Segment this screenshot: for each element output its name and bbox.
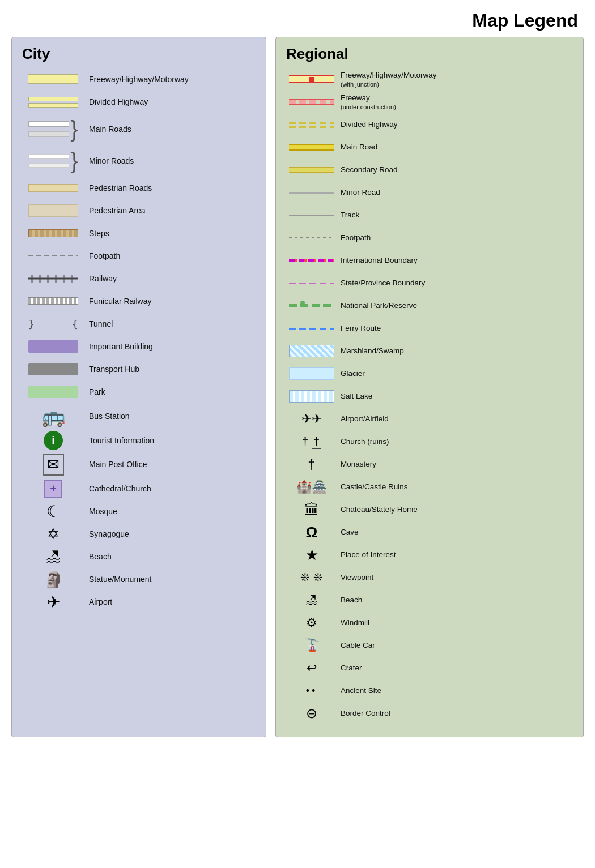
label-synagogue: Synagogue — [84, 529, 129, 539]
list-item: Footpath — [22, 246, 256, 266]
label-reg-ferry: Ferry Route — [337, 323, 381, 333]
symbol-reg-ferry — [286, 328, 337, 330]
symbol-reg-divided — [286, 122, 337, 128]
label-reg-castle: Castle/Castle Ruins — [337, 482, 408, 492]
label-reg-minor-road: Minor Road — [337, 187, 380, 198]
symbol-pedestrian-area — [22, 204, 84, 217]
list-item: Ω Cave — [286, 523, 573, 542]
label-reg-intl-boundary: International Boundary — [337, 255, 418, 266]
list-item: ☾ Mosque — [22, 502, 256, 521]
list-item: 🏛 Chateau/Stately Home — [286, 500, 573, 519]
list-item: Glacier — [286, 364, 573, 383]
symbol-reg-glacier — [286, 367, 337, 380]
list-item: i Tourist Information — [22, 431, 256, 450]
label-reg-state-boundary: State/Province Boundary — [337, 278, 425, 288]
label-important-building: Important Building — [84, 341, 153, 352]
symbol-reg-main-road — [286, 144, 337, 151]
list-item: 🚌 Bus Station — [22, 405, 256, 427]
label-reg-crater: Crater — [337, 663, 362, 673]
symbol-funicular — [22, 297, 84, 305]
symbol-reg-intl-boundary — [286, 259, 337, 262]
symbol-reg-freeway-construct — [286, 99, 337, 105]
list-item: •• Ancient Site — [286, 681, 573, 700]
list-item: ✈ Airport — [22, 592, 256, 612]
symbol-divided-hwy — [22, 97, 84, 108]
list-item: ✡ Synagogue — [22, 524, 256, 544]
label-transport-hub: Transport Hub — [84, 364, 139, 374]
label-reg-cave: Cave — [337, 527, 359, 537]
list-item: ↩ Crater — [286, 659, 573, 678]
label-statue: Statue/Monument — [84, 574, 152, 584]
list-item: Transport Hub — [22, 360, 256, 379]
label-reg-beach: Beach — [337, 595, 362, 605]
label-beach-city: Beach — [84, 551, 112, 562]
label-park: Park — [84, 387, 105, 397]
list-item: † † Church (ruins) — [286, 432, 573, 451]
list-item: Important Building — [22, 337, 256, 356]
list-item: Divided Highway — [286, 115, 573, 134]
list-item: ❊ ❊ Viewpoint — [286, 568, 573, 587]
label-reg-ancient-site: Ancient Site — [337, 686, 381, 696]
symbol-minor-roads: } — [22, 149, 84, 172]
symbol-reg-natpark — [286, 301, 337, 311]
label-reg-track: Track — [337, 210, 359, 220]
list-item: Pedestrian Area — [22, 201, 256, 220]
symbol-reg-border-control: ⊖ — [286, 705, 337, 721]
list-item: Freeway (under construction) — [286, 92, 573, 112]
label-bus-station: Bus Station — [84, 411, 130, 421]
list-item: 🏖 Beach — [286, 591, 573, 610]
symbol-reg-poi: ★ — [286, 546, 337, 564]
list-item: Pedestrian Roads — [22, 178, 256, 198]
label-funicular: Funicular Railway — [84, 296, 151, 306]
label-reg-poi: Place of Interest — [337, 550, 396, 560]
label-reg-church: Church (ruins) — [337, 437, 389, 447]
label-airport-city: Airport — [84, 597, 112, 607]
divided-hwy-bars — [28, 97, 78, 108]
symbol-mosque: ☾ — [22, 502, 84, 521]
symbol-reg-marshland — [286, 345, 337, 357]
symbol-reg-freeway — [286, 75, 337, 83]
label-freeway-city: Freeway/Highway/Motorway — [84, 74, 189, 84]
list-item: ⊖ Border Control — [286, 704, 573, 723]
symbol-tunnel: } } — [22, 318, 84, 330]
symbol-pedestrian-road — [22, 184, 84, 192]
city-panel: City Freeway/Highway/Motorway Divided Hi… — [11, 37, 266, 737]
symbol-reg-state-boundary — [286, 283, 337, 284]
label-reg-windmill: Windmill — [337, 618, 369, 628]
label-pedestrian-road: Pedestrian Roads — [84, 183, 152, 193]
list-item: Park — [22, 382, 256, 401]
label-steps: Steps — [84, 228, 109, 238]
symbol-reg-salt-lake — [286, 390, 337, 403]
list-item: ✉ Main Post Office — [22, 454, 256, 476]
list-item: ★ Place of Interest — [286, 545, 573, 565]
symbol-reg-chateau: 🏛 — [286, 501, 337, 519]
symbol-synagogue: ✡ — [22, 525, 84, 543]
list-item: State/Province Boundary — [286, 273, 573, 293]
label-minor-roads: Minor Roads — [84, 156, 134, 166]
label-reg-cable-car: Cable Car — [337, 640, 375, 651]
label-reg-salt-lake: Salt Lake — [337, 391, 372, 401]
list-item: National Park/Reserve — [286, 296, 573, 315]
symbol-reg-track — [286, 215, 337, 216]
symbol-reg-crater: ↩ — [286, 661, 337, 675]
label-reg-freeway-construct: Freeway (under construction) — [337, 93, 396, 111]
list-item: + Cathedral/Church — [22, 479, 256, 498]
label-reg-monastery: Monastery — [337, 459, 376, 469]
symbol-cathedral: + — [22, 480, 84, 498]
label-main-roads: Main Roads — [84, 124, 131, 134]
symbol-railway — [22, 275, 84, 283]
list-item: Footpath — [286, 228, 573, 247]
symbol-main-roads: } — [22, 118, 84, 140]
label-reg-footpath: Footpath — [337, 233, 371, 243]
symbol-reg-footpath — [286, 237, 337, 238]
list-item: ⚙ Windmill — [286, 613, 573, 632]
label-railway: Railway — [84, 273, 117, 284]
label-reg-chateau: Chateau/Stately Home — [337, 504, 418, 515]
symbol-reg-airport: ✈✈ — [286, 412, 337, 426]
symbol-reg-cable-car: 🚡 — [286, 638, 337, 653]
regional-section-title: Regional — [286, 45, 573, 63]
label-reg-glacier: Glacier — [337, 369, 365, 379]
symbol-main-post: ✉ — [22, 454, 84, 476]
list-item: Steps — [22, 224, 256, 243]
freeway-city-bar — [28, 74, 78, 84]
